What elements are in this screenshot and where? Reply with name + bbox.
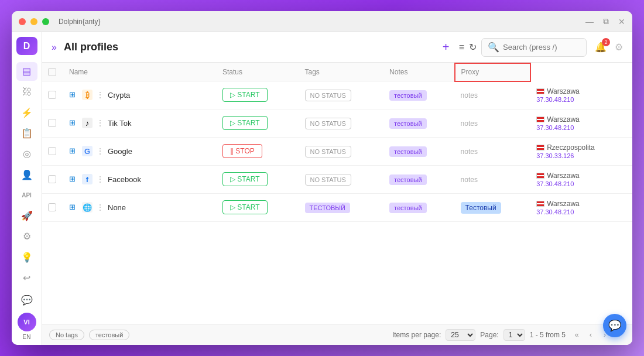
row-checkbox-cell	[42, 137, 63, 165]
sidebar-item-profiles[interactable]: ▤	[16, 62, 37, 80]
proxy-ip: 37.30.33.126	[536, 152, 626, 159]
row-name-cell: ⊞ ₿ ⋮ Crypta	[63, 81, 217, 109]
sidebar-item-back[interactable]: ↩	[16, 269, 37, 287]
items-per-page-select[interactable]: 25 50 100	[446, 329, 475, 341]
profile-name: Facebook	[108, 175, 141, 184]
row-name-cell: ⊞ ♪ ⋮ Tik Tok	[63, 109, 217, 137]
sidebar-item-user[interactable]: 👤	[16, 166, 37, 184]
header-checkbox-cell	[42, 63, 63, 81]
add-profile-button[interactable]: +	[438, 39, 454, 56]
tags-cell: тестовый	[383, 193, 454, 221]
row-menu-icon[interactable]: ⋮	[96, 146, 104, 156]
proxy-cell: Warszawa 37.30.48.210	[530, 81, 632, 109]
flag-icon	[536, 145, 544, 150]
tag-badge[interactable]: тестовый	[389, 174, 426, 185]
main-window: Dolphin{anty} — ⧉ ✕ D ▤ ⛓ ⚡ 📋 ◎ 👤 API 🚀 …	[12, 11, 632, 345]
facebook-icon: f	[82, 174, 93, 184]
page-select[interactable]: 1	[503, 329, 525, 341]
filter-button[interactable]: ≡	[459, 42, 464, 53]
status-tag-badge: ТЕСТОВЫЙ	[305, 203, 350, 213]
prev-page-button[interactable]: ‹	[584, 328, 597, 341]
notes-cell: notes	[455, 165, 531, 193]
globe-icon: 🌐	[82, 202, 93, 213]
sidebar-item-api[interactable]: API	[16, 186, 37, 204]
header-name: Name	[63, 63, 217, 81]
chat-fab-button[interactable]: 💬	[603, 314, 626, 337]
status-cell: ТЕСТОВЫЙ	[299, 193, 384, 221]
windows-icon: ⊞	[69, 174, 78, 184]
sidebar-item-links[interactable]: ⛓	[16, 83, 37, 101]
stop-button[interactable]: ‖ STOP	[222, 144, 262, 158]
row-checkbox[interactable]	[48, 119, 56, 127]
proxy-cell: Rzeczpospolita 37.30.33.126	[530, 137, 632, 165]
row-checkbox[interactable]	[48, 91, 56, 99]
proxy-city: Warszawa	[536, 87, 626, 95]
page-label: Page:	[480, 331, 498, 339]
tags-cell: тестовый	[383, 137, 454, 165]
sidebar-item-chat[interactable]: 💬	[16, 289, 37, 310]
row-checkbox[interactable]	[48, 175, 56, 183]
windows-icon: ⊞	[69, 90, 78, 100]
select-all-checkbox[interactable]	[48, 68, 56, 76]
sidebar-item-clipboard[interactable]: 📋	[16, 124, 37, 142]
profile-name: None	[108, 203, 126, 212]
row-menu-icon[interactable]: ⋮	[96, 174, 104, 184]
header-notes: Notes	[383, 63, 454, 81]
avatar[interactable]: VI	[18, 313, 36, 331]
start-button[interactable]: ▷ START	[222, 172, 268, 186]
status-badge: NO STATUS	[305, 146, 351, 158]
start-button[interactable]: ▷ START	[222, 116, 268, 130]
footer-tag-testoviy[interactable]: тестовый	[89, 330, 129, 340]
window-minimize-icon[interactable]: —	[585, 17, 594, 26]
window-restore-icon[interactable]: ⧉	[603, 16, 609, 26]
google-icon: G	[82, 146, 93, 156]
settings-icon[interactable]: ⚙	[615, 42, 623, 53]
notification-button[interactable]: 🔔 2	[591, 38, 610, 57]
proxy-city: Warszawa	[536, 115, 626, 124]
start-button[interactable]: ▷ START	[222, 88, 268, 102]
search-icon: 🔍	[488, 42, 499, 53]
sidebar-item-settings[interactable]: ⚙	[16, 227, 37, 245]
sidebar-item-flash[interactable]: ⚡	[16, 104, 37, 122]
flag-icon	[536, 201, 544, 207]
close-btn[interactable]	[19, 18, 26, 25]
profile-name: Crypta	[108, 91, 130, 100]
refresh-button[interactable]: ↻	[469, 42, 477, 53]
status-badge: NO STATUS	[305, 174, 351, 186]
table-row: ⊞ f ⋮ Facebook ▷ START NO STATUS тестовы…	[42, 165, 632, 193]
tag-badge[interactable]: тестовый	[389, 118, 426, 129]
start-button[interactable]: ▷ START	[222, 200, 268, 214]
language-label[interactable]: EN	[23, 334, 31, 340]
row-checkbox-cell	[42, 193, 63, 221]
row-menu-icon[interactable]: ⋮	[96, 90, 104, 100]
table-row: ⊞ ₿ ⋮ Crypta ▷ START NO STATUS тестовый …	[42, 81, 632, 109]
action-cell: ‖ STOP	[217, 137, 299, 165]
window-close-icon[interactable]: ✕	[618, 17, 625, 26]
footer-tag-notags[interactable]: No tags	[49, 330, 84, 340]
windows-icon: ⊞	[69, 118, 78, 128]
maximize-btn[interactable]	[42, 18, 49, 25]
tag-badge[interactable]: тестовый	[389, 90, 426, 101]
sidebar-item-bulb[interactable]: 💡	[16, 248, 37, 266]
flag-icon	[536, 88, 544, 94]
search-box[interactable]: 🔍	[481, 38, 587, 57]
status-cell: NO STATUS	[299, 81, 384, 109]
sidebar-item-circle[interactable]: ◎	[16, 145, 37, 163]
row-menu-icon[interactable]: ⋮	[96, 203, 104, 212]
row-menu-icon[interactable]: ⋮	[96, 118, 104, 128]
status-cell: NO STATUS	[299, 165, 384, 193]
tiktok-icon: ♪	[82, 118, 93, 128]
row-checkbox[interactable]	[48, 147, 56, 155]
search-input[interactable]	[503, 43, 580, 52]
row-checkbox[interactable]	[48, 203, 56, 211]
status-cell: NO STATUS	[299, 137, 384, 165]
profiles-table-body: ⊞ ₿ ⋮ Crypta ▷ START NO STATUS тестовый …	[42, 81, 632, 222]
sidebar-item-rocket[interactable]: 🚀	[16, 207, 37, 225]
minimize-btn[interactable]	[30, 18, 37, 25]
first-page-button[interactable]: «	[570, 328, 583, 341]
action-cell: ▷ START	[217, 165, 299, 193]
status-badge: NO STATUS	[305, 118, 351, 129]
tag-badge[interactable]: тестовый	[389, 146, 426, 157]
tag-badge[interactable]: тестовый	[389, 203, 426, 213]
table-row: ⊞ ♪ ⋮ Tik Tok ▷ START NO STATUS тестовый…	[42, 109, 632, 137]
